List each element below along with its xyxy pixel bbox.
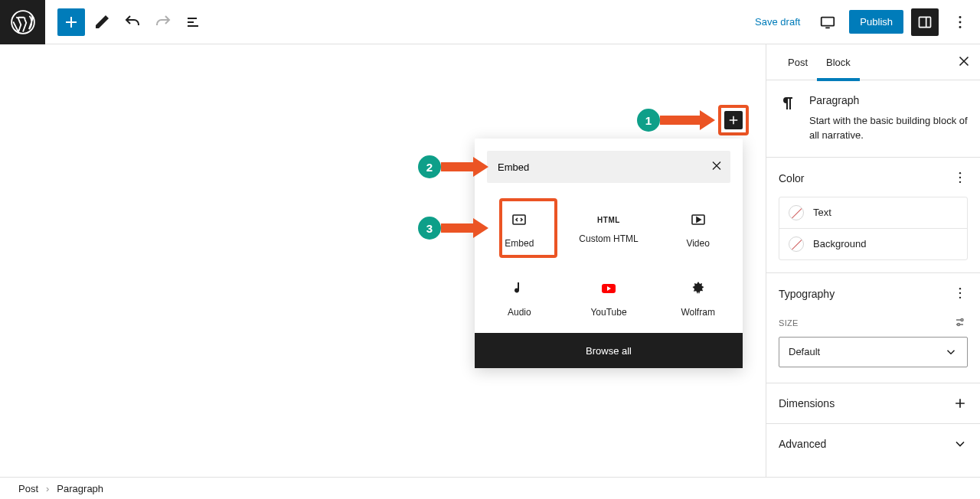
size-label: SIZE bbox=[779, 318, 799, 328]
wordpress-logo[interactable] bbox=[0, 0, 45, 44]
svg-rect-1 bbox=[822, 17, 835, 25]
inserter-grid: Embed HTML Custom HTML Video Audio YouTu… bbox=[475, 195, 743, 333]
svg-point-16 bbox=[958, 323, 960, 325]
settings-sidebar: Post Block Paragraph Start with the basi… bbox=[766, 44, 980, 477]
svg-point-10 bbox=[959, 177, 961, 178]
publish-button[interactable]: Publish bbox=[849, 10, 903, 34]
inserter-item-label: Audio bbox=[508, 307, 531, 318]
svg-point-12 bbox=[959, 288, 961, 289]
crumb-post[interactable]: Post bbox=[18, 483, 38, 494]
settings-panel-toggle[interactable] bbox=[911, 8, 939, 36]
clear-search-icon[interactable] bbox=[709, 158, 724, 176]
inserter-item-custom-html[interactable]: HTML Custom HTML bbox=[564, 195, 654, 264]
text-color-button[interactable]: Text bbox=[779, 197, 967, 228]
inserter-item-audio[interactable]: Audio bbox=[475, 264, 564, 333]
advanced-section[interactable]: Advanced bbox=[766, 424, 980, 464]
color-section: Color Text Background bbox=[766, 158, 980, 273]
options-button[interactable] bbox=[946, 8, 974, 36]
swatch-icon bbox=[789, 236, 804, 252]
color-section-title: Color bbox=[779, 172, 804, 184]
block-description: Start with the basic building block of a… bbox=[809, 114, 968, 143]
add-block-button[interactable] bbox=[57, 8, 85, 36]
tab-post[interactable]: Post bbox=[779, 44, 817, 80]
typography-section: Typography SIZE Default bbox=[766, 273, 980, 383]
inserter-item-label: Video bbox=[686, 238, 709, 249]
inserter-item-video[interactable]: Video bbox=[653, 195, 743, 264]
svg-point-13 bbox=[959, 292, 961, 294]
block-name: Paragraph bbox=[809, 94, 968, 106]
sidebar-tabs: Post Block bbox=[766, 44, 980, 80]
top-toolbar: Save draft Publish bbox=[0, 0, 980, 44]
svg-point-14 bbox=[959, 296, 961, 298]
typography-options-icon[interactable] bbox=[952, 285, 968, 303]
size-toggle-icon[interactable] bbox=[954, 315, 968, 331]
svg-point-5 bbox=[959, 25, 962, 28]
inserter-search bbox=[487, 151, 730, 183]
preview-button[interactable] bbox=[814, 8, 841, 36]
edit-tools-button[interactable] bbox=[88, 8, 116, 36]
color-options-icon[interactable] bbox=[952, 170, 968, 188]
swatch-icon bbox=[789, 205, 804, 220]
svg-point-15 bbox=[961, 318, 963, 321]
inserter-item-label: Embed bbox=[505, 238, 534, 249]
browse-all-button[interactable]: Browse all bbox=[475, 333, 743, 368]
inline-add-block-button[interactable] bbox=[724, 111, 743, 129]
inserter-item-label: YouTube bbox=[590, 307, 626, 318]
inserter-item-youtube[interactable]: YouTube bbox=[564, 264, 654, 333]
typography-title: Typography bbox=[779, 288, 835, 300]
background-color-button[interactable]: Background bbox=[779, 228, 967, 259]
redo-button[interactable] bbox=[149, 8, 177, 36]
font-size-select[interactable]: Default bbox=[779, 337, 968, 367]
svg-rect-2 bbox=[920, 17, 931, 27]
save-draft-button[interactable]: Save draft bbox=[749, 16, 806, 28]
breadcrumb: Post › Paragraph bbox=[0, 477, 980, 499]
undo-button[interactable] bbox=[119, 8, 146, 36]
crumb-separator: › bbox=[46, 483, 49, 494]
inserter-item-embed[interactable]: Embed bbox=[475, 195, 564, 264]
paragraph-icon bbox=[779, 94, 797, 143]
close-sidebar-icon[interactable] bbox=[956, 53, 972, 72]
inserter-item-label: Custom HTML bbox=[579, 233, 638, 244]
block-header: Paragraph Start with the basic building … bbox=[766, 80, 980, 158]
svg-point-4 bbox=[959, 21, 962, 23]
block-inserter-panel: Embed HTML Custom HTML Video Audio YouTu… bbox=[475, 139, 743, 368]
svg-point-3 bbox=[959, 16, 962, 18]
svg-point-11 bbox=[959, 181, 961, 182]
crumb-paragraph[interactable]: Paragraph bbox=[57, 483, 103, 494]
tab-block[interactable]: Block bbox=[817, 44, 860, 80]
inserter-search-input[interactable] bbox=[487, 151, 730, 183]
list-view-button[interactable] bbox=[180, 8, 207, 36]
svg-point-9 bbox=[959, 172, 961, 174]
inserter-item-label: Wolfram bbox=[681, 307, 714, 318]
dimensions-section[interactable]: Dimensions bbox=[766, 383, 980, 424]
svg-rect-6 bbox=[513, 215, 525, 224]
html-icon: HTML bbox=[597, 216, 620, 224]
inserter-item-wolfram[interactable]: Wolfram bbox=[653, 264, 743, 333]
